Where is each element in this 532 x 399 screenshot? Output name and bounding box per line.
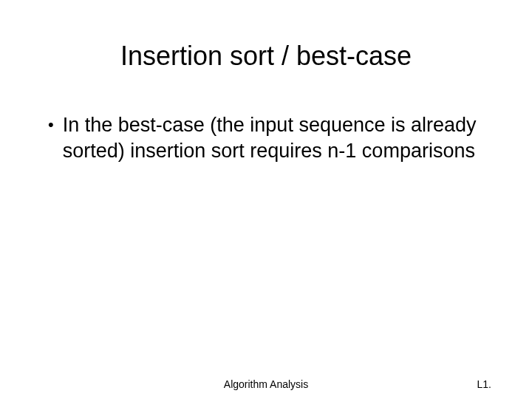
- slide-container: Insertion sort / best-case • In the best…: [0, 0, 532, 399]
- bullet-item: • In the best-case (the input sequence i…: [48, 112, 495, 164]
- slide-title: Insertion sort / best-case: [37, 41, 495, 72]
- footer-right-text: L1.: [477, 378, 491, 390]
- bullet-text: In the best-case (the input sequence is …: [63, 112, 495, 164]
- footer-center-text: Algorithm Analysis: [224, 378, 308, 390]
- bullet-marker: •: [48, 112, 54, 137]
- slide-content: • In the best-case (the input sequence i…: [37, 112, 495, 164]
